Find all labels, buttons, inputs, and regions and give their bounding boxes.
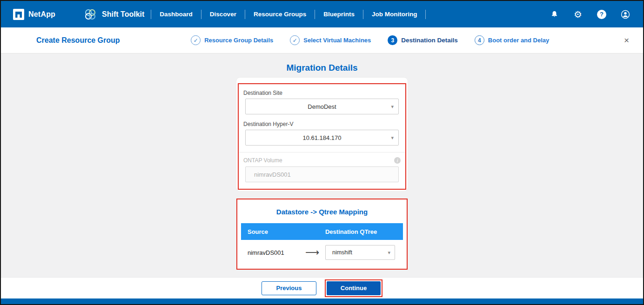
step-resource-group-details[interactable]: ✓ Resource Group Details bbox=[191, 35, 273, 45]
nav-job-monitoring[interactable]: Job Monitoring bbox=[363, 11, 425, 18]
netapp-logo-icon bbox=[13, 9, 24, 20]
chevron-down-icon: ▾ bbox=[391, 135, 394, 141]
wizard-footer: Previous Continue bbox=[1, 277, 643, 298]
ontap-volume-field: nimravDS001 bbox=[245, 166, 399, 182]
destination-form-card: Destination Site DemoDest ▾ Destination … bbox=[236, 78, 408, 191]
right-arrow-icon: ⟶ bbox=[299, 247, 325, 258]
step-number-badge: 3 bbox=[388, 35, 397, 45]
step-check-icon: ✓ bbox=[290, 35, 300, 45]
bottom-accent-bar bbox=[1, 298, 643, 304]
help-icon[interactable]: ? bbox=[596, 9, 607, 20]
nav-dashboard[interactable]: Dashboard bbox=[151, 11, 201, 18]
column-header-source: Source bbox=[241, 228, 325, 235]
step-select-virtual-machines[interactable]: ✓ Select Virtual Machines bbox=[290, 35, 371, 45]
wizard-header: Create Resource Group ✓ Resource Group D… bbox=[1, 27, 643, 53]
mapping-table-header: Source Destination QTree bbox=[241, 223, 403, 240]
shift-toolkit-icon bbox=[83, 7, 97, 21]
wizard-steps: ✓ Resource Group Details ✓ Select Virtua… bbox=[191, 35, 549, 45]
wizard-content: Migration Details Destination Site DemoD… bbox=[1, 53, 643, 277]
chevron-down-icon: ▾ bbox=[391, 104, 394, 110]
wizard-title: Create Resource Group bbox=[36, 36, 120, 45]
destination-site-label: Destination Site bbox=[243, 90, 401, 96]
qtree-mapping-highlight: Datastore -> Qtree Mapping Source Destin… bbox=[236, 199, 408, 270]
app-title: Shift Toolkit bbox=[83, 7, 144, 21]
info-icon: i bbox=[394, 157, 401, 164]
close-icon[interactable]: × bbox=[620, 33, 633, 47]
account-icon[interactable] bbox=[620, 9, 631, 20]
continue-button[interactable]: Continue bbox=[327, 281, 381, 295]
destination-form-highlight: Destination Site DemoDest ▾ Destination … bbox=[238, 83, 406, 190]
destination-qtree-value: nimshift bbox=[332, 249, 352, 256]
nav-blueprints[interactable]: Blueprints bbox=[315, 11, 363, 18]
nav-divider bbox=[425, 10, 426, 19]
step-number-badge: 4 bbox=[475, 35, 484, 45]
step-label: Resource Group Details bbox=[204, 37, 273, 44]
ontap-volume-value: nimravDS001 bbox=[254, 171, 291, 178]
mapping-table-row: nimravDS001 ⟶ nimshift ▾ bbox=[241, 240, 403, 265]
settings-gear-icon[interactable]: ⚙ bbox=[572, 9, 584, 20]
destination-qtree-select[interactable]: nimshift ▾ bbox=[325, 245, 395, 260]
qtree-mapping-card: Datastore -> Qtree Mapping Source Destin… bbox=[236, 199, 408, 270]
continue-button-highlight: Continue bbox=[325, 279, 382, 297]
step-label: Boot order and Delay bbox=[488, 37, 549, 44]
step-boot-order-and-delay[interactable]: 4 Boot order and Delay bbox=[475, 35, 549, 45]
step-check-icon: ✓ bbox=[191, 35, 201, 45]
step-label: Select Virtual Machines bbox=[303, 37, 371, 44]
app-window: NetApp Shift Toolkit Dashboard Discover … bbox=[0, 0, 644, 305]
column-header-destination-qtree: Destination QTree bbox=[325, 228, 403, 235]
step-destination-details[interactable]: 3 Destination Details bbox=[388, 35, 458, 45]
source-datastore-value: nimravDS001 bbox=[241, 249, 299, 256]
ontap-volume-label-row: ONTAP Volume i bbox=[243, 157, 401, 164]
main-navigation: Dashboard Discover Resource Groups Bluep… bbox=[151, 10, 426, 19]
destination-hyperv-label: Destination Hyper-V bbox=[243, 121, 401, 127]
step-label: Destination Details bbox=[401, 37, 458, 44]
nav-resource-groups[interactable]: Resource Groups bbox=[245, 11, 315, 18]
netapp-brand-text: NetApp bbox=[28, 10, 55, 19]
section-divider bbox=[239, 152, 405, 152]
destination-hyperv-select[interactable]: 10.61.184.170 ▾ bbox=[245, 130, 399, 146]
nav-discover[interactable]: Discover bbox=[201, 11, 245, 18]
netapp-logo: NetApp bbox=[13, 9, 55, 20]
previous-button[interactable]: Previous bbox=[262, 281, 316, 295]
destination-hyperv-value: 10.61.184.170 bbox=[302, 134, 341, 141]
notification-bell-icon[interactable] bbox=[549, 9, 560, 20]
topbar-actions: ⚙ ? bbox=[549, 9, 631, 20]
app-title-text: Shift Toolkit bbox=[102, 10, 144, 19]
top-navigation-bar: NetApp Shift Toolkit Dashboard Discover … bbox=[1, 1, 643, 27]
destination-site-select[interactable]: DemoDest ▾ bbox=[245, 99, 399, 114]
qtree-mapping-title: Datastore -> Qtree Mapping bbox=[241, 208, 403, 216]
page-title: Migration Details bbox=[1, 63, 643, 73]
ontap-volume-label: ONTAP Volume bbox=[243, 157, 282, 164]
chevron-down-icon: ▾ bbox=[388, 250, 390, 256]
destination-site-value: DemoDest bbox=[308, 103, 336, 110]
